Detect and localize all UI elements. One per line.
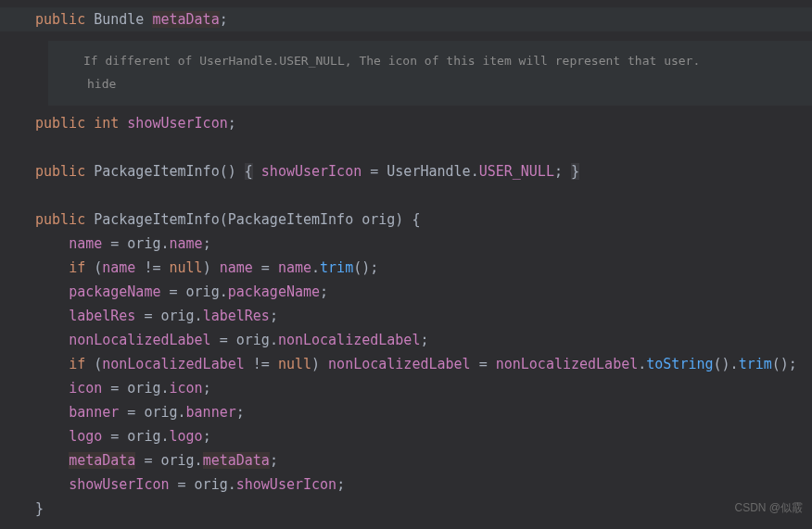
field: labelRes (69, 308, 135, 324)
keyword: public (35, 211, 85, 228)
var: orig (144, 404, 177, 421)
field: showUserIcon (127, 115, 227, 132)
field: banner (186, 404, 236, 421)
code-line: banner = orig.banner; (35, 400, 812, 424)
constant: USER_NULL (479, 163, 554, 180)
watermark: CSDN @似霰 (734, 496, 803, 520)
code-line: packageName = orig.packageName; (35, 280, 812, 304)
code-line: public int showUserIcon; (35, 111, 812, 135)
field: labelRes (203, 308, 270, 324)
field: nonLocalizedLabel (278, 332, 421, 348)
type: int (94, 115, 119, 132)
keyword: public (35, 115, 85, 132)
keyword: public (35, 163, 85, 180)
field: packageName (228, 283, 320, 300)
var: orig (186, 283, 220, 300)
keyword: if (69, 259, 85, 276)
var: orig (160, 308, 194, 324)
ctor-name: PackageItemInfo (94, 163, 219, 180)
var: orig (127, 235, 160, 252)
field: showUserIcon (261, 163, 362, 180)
field: name (170, 235, 203, 252)
field: icon (69, 380, 102, 397)
keyword: public (35, 11, 85, 28)
code-line: logo = orig.logo; (35, 424, 812, 448)
field: name (278, 259, 311, 276)
field: showUserIcon (69, 476, 169, 493)
field: name (102, 259, 135, 276)
field: name (220, 259, 253, 276)
code-line: } (35, 497, 812, 521)
code-line: if (nonLocalizedLabel != null) nonLocali… (35, 352, 812, 376)
comment-text: If different of UserHandle.USER_NULL, Th… (48, 50, 812, 72)
method: toString (646, 356, 713, 372)
var: orig (236, 332, 270, 348)
field: showUserIcon (236, 476, 336, 493)
code-line: public PackageItemInfo() { showUserIcon … (35, 159, 812, 183)
keyword: null (170, 259, 203, 276)
field: banner (69, 404, 119, 421)
method: trim (739, 356, 772, 372)
var: orig (127, 380, 160, 397)
code-line: public PackageItemInfo(PackageItemInfo o… (35, 208, 812, 232)
ctor-name: PackageItemInfo (94, 211, 219, 228)
code-line (35, 135, 812, 159)
field: nonLocalizedLabel (328, 356, 471, 372)
param-type: PackageItemInfo (228, 211, 353, 228)
field: nonLocalizedLabel (496, 356, 639, 372)
code-line: metaData = orig.metaData; (35, 448, 812, 472)
method: trim (320, 259, 353, 276)
field: nonLocalizedLabel (102, 356, 245, 372)
comment-block: If different of UserHandle.USER_NULL, Th… (48, 41, 812, 106)
code-line: if (name != null) name = name.trim(); (35, 256, 812, 280)
field: icon (170, 380, 203, 397)
field: packageName (69, 283, 160, 300)
field: metaData (69, 452, 135, 469)
field: name (69, 235, 102, 252)
var: orig (127, 428, 160, 445)
field: logo (170, 428, 203, 445)
code-line: labelRes = orig.labelRes; (35, 304, 812, 328)
var: orig (160, 452, 194, 469)
field: metaData (203, 452, 270, 469)
code-line (35, 183, 812, 208)
param-name: orig (362, 211, 395, 228)
code-line: public Bundle metaData; (0, 7, 812, 31)
class: UserHandle (387, 163, 470, 180)
var: orig (195, 476, 228, 493)
keyword: if (69, 356, 85, 372)
code-line: icon = orig.icon; (35, 376, 812, 400)
field: logo (69, 428, 102, 445)
hide-link[interactable]: hide (48, 72, 812, 96)
code-line: showUserIcon = orig.showUserIcon; (35, 472, 812, 497)
code-line: name = orig.name; (35, 232, 812, 256)
code-line: nonLocalizedLabel = orig.nonLocalizedLab… (35, 328, 812, 352)
keyword: null (278, 356, 311, 372)
code-editor: public Bundle metaData; If different of … (0, 0, 812, 521)
field: metaData (152, 11, 219, 28)
type: Bundle (94, 11, 144, 28)
field: nonLocalizedLabel (69, 332, 211, 348)
